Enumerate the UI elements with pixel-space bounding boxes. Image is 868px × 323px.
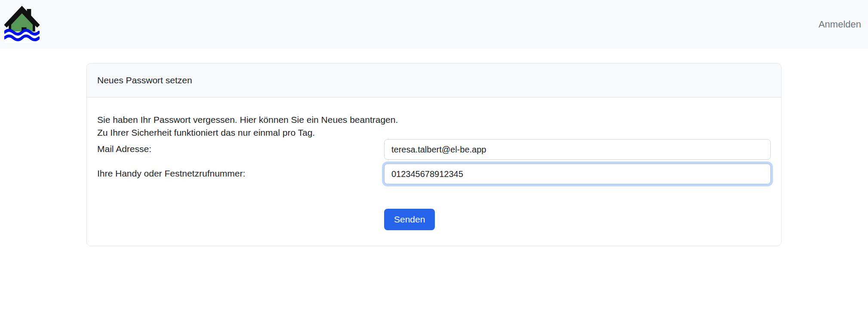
email-label: Mail Adresse: bbox=[97, 139, 384, 155]
brand-logo-link[interactable] bbox=[4, 6, 40, 43]
phone-field[interactable] bbox=[384, 164, 771, 184]
submit-row: Senden bbox=[97, 209, 771, 230]
phone-row: Ihre Handy oder Festnetzrufnummer: bbox=[97, 164, 771, 184]
card-header: Neues Passwort setzen bbox=[87, 64, 781, 98]
submit-row-spacer bbox=[97, 209, 384, 230]
card-body: Sie haben Ihr Passwort vergessen. Hier k… bbox=[87, 98, 781, 246]
phone-label: Ihre Handy oder Festnetzrufnummer: bbox=[97, 164, 384, 180]
email-row: Mail Adresse: bbox=[97, 139, 771, 160]
intro-text-1: Sie haben Ihr Passwort vergessen. Hier k… bbox=[97, 113, 771, 126]
send-button[interactable]: Senden bbox=[384, 209, 435, 230]
password-reset-card: Neues Passwort setzen Sie haben Ihr Pass… bbox=[86, 63, 782, 246]
intro-text-2: Zu Ihrer Sicherheit funktioniert das nur… bbox=[97, 126, 771, 139]
top-navbar: Anmelden bbox=[0, 0, 868, 49]
card-title: Neues Passwort setzen bbox=[97, 75, 192, 85]
login-link[interactable]: Anmelden bbox=[818, 17, 862, 32]
flood-house-icon bbox=[4, 6, 40, 43]
email-field[interactable] bbox=[384, 139, 771, 160]
page-content: Neues Passwort setzen Sie haben Ihr Pass… bbox=[0, 63, 868, 246]
